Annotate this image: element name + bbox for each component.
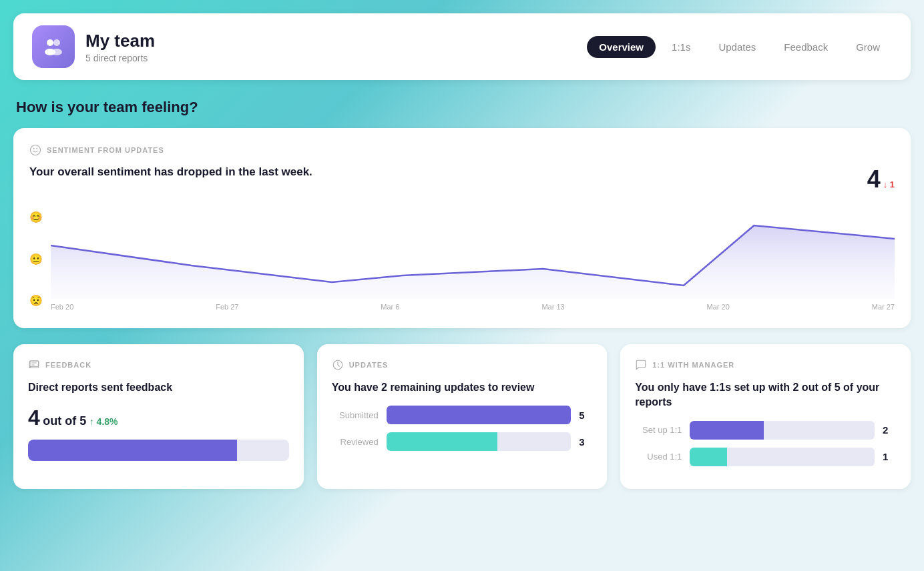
- reviewed-value: 3: [579, 436, 592, 448]
- x-label-2: Mar 6: [381, 303, 399, 311]
- sentiment-message: Your overall sentiment has dropped in th…: [29, 165, 312, 179]
- feedback-card-label: FEEDBACK: [28, 359, 289, 371]
- team-title: My team: [85, 31, 155, 51]
- reviewed-label: Reviewed: [332, 437, 379, 447]
- used-bar: [690, 448, 875, 466]
- used-value: 1: [883, 451, 896, 462]
- tab-feedback[interactable]: Feedback: [772, 36, 840, 58]
- sentiment-card: SENTIMENT FROM UPDATES Your overall sent…: [13, 128, 911, 328]
- sentiment-label: SENTIMENT FROM UPDATES: [29, 144, 895, 156]
- team-icon: [32, 25, 75, 68]
- tab-updates[interactable]: Updates: [706, 36, 768, 58]
- feedback-bar-fill: [28, 440, 237, 461]
- feedback-stats: 4 out of 5 ↑ 4.8%: [28, 406, 289, 430]
- x-label-0: Feb 20: [51, 303, 73, 311]
- chart-y-icons: 😊 😐 😟: [29, 205, 48, 312]
- one-on-one-message: You only have 1:1s set up with 2 out of …: [635, 380, 896, 410]
- main-content: How is your team feeling? SENTIMENT FROM…: [13, 99, 911, 489]
- tab-overview[interactable]: Overview: [587, 36, 656, 58]
- one-on-one-card: 1:1 WITH MANAGER You only have 1:1s set …: [620, 344, 911, 489]
- tab-grow[interactable]: Grow: [844, 36, 892, 58]
- team-subtitle: 5 direct reports: [85, 53, 155, 63]
- section-title: How is your team feeling?: [13, 99, 911, 116]
- setup-label: Set up 1:1: [635, 425, 682, 435]
- bottom-cards: FEEDBACK Direct reports sent feedback 4 …: [13, 344, 911, 489]
- used-fill: [690, 448, 726, 466]
- chart-svg: [51, 205, 895, 299]
- submitted-row: Submitted 5: [332, 406, 593, 424]
- svg-point-4: [31, 145, 41, 155]
- chart-x-labels: Feb 20 Feb 27 Mar 6 Mar 13 Mar 20 Mar 27: [51, 303, 895, 311]
- score-number: 4: [867, 165, 881, 193]
- feedback-change: ↑ 4.8%: [89, 416, 118, 427]
- emoji-mid: 😐: [29, 253, 48, 265]
- reviewed-fill: [387, 432, 497, 451]
- setup-value: 2: [883, 424, 896, 436]
- sentiment-score: 4 ↓ 1: [867, 165, 895, 193]
- svg-point-0: [47, 39, 53, 46]
- emoji-bot: 😟: [29, 294, 48, 307]
- svg-marker-7: [51, 225, 895, 299]
- feedback-count: 4: [28, 406, 40, 430]
- chart-area: 😊 😐 😟 Feb 20: [29, 205, 895, 312]
- setup-fill: [690, 421, 764, 440]
- used-row: Used 1:1 1: [635, 448, 896, 466]
- header-left: My team 5 direct reports: [32, 25, 155, 68]
- feedback-card-message: Direct reports sent feedback: [28, 380, 289, 395]
- submitted-label: Submitted: [332, 410, 379, 420]
- emoji-top: 😊: [29, 211, 48, 223]
- setup-row: Set up 1:1 2: [635, 421, 896, 440]
- submitted-bar: [387, 406, 571, 424]
- tab-one-on-ones[interactable]: 1:1s: [660, 36, 702, 58]
- updates-card-label: UPDATES: [332, 359, 593, 371]
- header-card: My team 5 direct reports Overview 1:1s U…: [13, 13, 911, 80]
- svg-point-1: [53, 39, 60, 46]
- one-on-one-card-label: 1:1 WITH MANAGER: [635, 359, 896, 371]
- feedback-card: FEEDBACK Direct reports sent feedback 4 …: [13, 344, 304, 489]
- feedback-label-text: FEEDBACK: [45, 361, 91, 369]
- x-label-1: Feb 27: [216, 303, 238, 311]
- nav-tabs: Overview 1:1s Updates Feedback Grow: [587, 36, 892, 58]
- sentiment-label-text: SENTIMENT FROM UPDATES: [47, 146, 164, 154]
- updates-card-message: You have 2 remaining updates to review: [332, 380, 593, 395]
- reviewed-bar: [387, 432, 571, 451]
- used-label: Used 1:1: [635, 452, 682, 462]
- x-label-3: Mar 13: [541, 303, 564, 311]
- x-label-5: Mar 27: [872, 303, 895, 311]
- one-on-one-label-text: 1:1 WITH MANAGER: [652, 361, 734, 369]
- submitted-fill: [387, 406, 571, 424]
- submitted-value: 5: [579, 410, 592, 421]
- setup-bar: [690, 421, 875, 440]
- team-info: My team 5 direct reports: [85, 31, 155, 63]
- svg-point-3: [51, 49, 62, 55]
- score-change: ↓ 1: [883, 179, 895, 189]
- updates-label-text: UPDATES: [349, 361, 389, 369]
- feedback-bar: [28, 440, 289, 461]
- feedback-out-of: out of 5: [43, 414, 86, 428]
- updates-card: UPDATES You have 2 remaining updates to …: [317, 344, 608, 489]
- reviewed-row: Reviewed 3: [332, 432, 593, 451]
- sentiment-header: Your overall sentiment has dropped in th…: [29, 165, 895, 193]
- x-label-4: Mar 20: [707, 303, 730, 311]
